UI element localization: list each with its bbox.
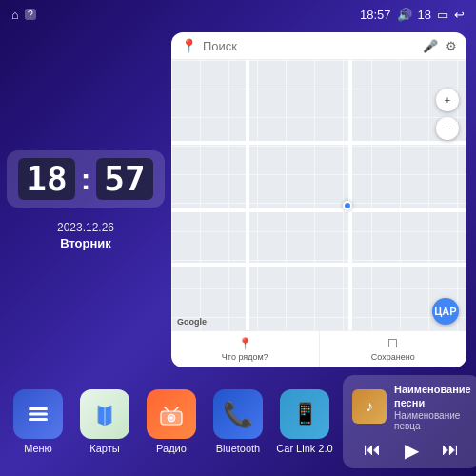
music-title: Наименование песни bbox=[394, 383, 471, 410]
saved-icon: ☐ bbox=[387, 337, 398, 350]
radio-icon bbox=[147, 389, 196, 439]
time-display: 18:57 bbox=[360, 8, 391, 22]
map-search-bar: 📍 🎤 ⚙ bbox=[171, 32, 466, 60]
main-content: 18 : 57 2023.12.26 Вторник 📍 🎤 bbox=[0, 27, 476, 371]
svg-rect-0 bbox=[29, 407, 48, 410]
map-nearby-button[interactable]: 📍 Что рядом? bbox=[171, 331, 320, 367]
music-text: Наименование песни Наименование певца bbox=[394, 383, 471, 431]
clock-hours-block: 18 bbox=[18, 158, 74, 200]
carlink-icon: 📱 bbox=[280, 389, 329, 439]
map-saved-button[interactable]: ☐ Сохранено bbox=[320, 331, 467, 367]
map-navigate-button[interactable]: ЦАР bbox=[432, 298, 459, 325]
radio-label: Радио bbox=[156, 443, 187, 454]
menu-icon bbox=[13, 389, 63, 439]
question-icon[interactable]: ? bbox=[25, 9, 36, 20]
clock-widget: 18 : 57 bbox=[7, 150, 164, 208]
maps-icon bbox=[80, 389, 129, 439]
music-panel: Наименование песни Наименование певца ⏮ … bbox=[343, 375, 476, 468]
map-road-h2 bbox=[171, 208, 466, 212]
svg-line-6 bbox=[165, 407, 169, 411]
day-text: Вторник bbox=[57, 236, 114, 250]
status-right: 18:57 🔊 18 ▭ ↩ bbox=[360, 8, 465, 22]
clock-minutes-block: 57 bbox=[96, 158, 152, 200]
home-icon[interactable]: ⌂ bbox=[11, 8, 19, 22]
google-logo: Google bbox=[177, 317, 207, 327]
saved-label: Сохранено bbox=[371, 352, 415, 362]
app-item-radio[interactable]: Радио bbox=[143, 389, 200, 454]
next-button[interactable]: ⏭ bbox=[436, 438, 465, 462]
date-text: 2023.12.26 bbox=[57, 221, 114, 234]
svg-point-5 bbox=[170, 417, 173, 420]
map-road-v1 bbox=[246, 60, 249, 330]
back-icon[interactable]: ↩ bbox=[454, 8, 465, 22]
app-item-maps[interactable]: Карты bbox=[76, 389, 133, 454]
app-item-carlink[interactable]: 📱 Car Link 2.0 bbox=[276, 389, 333, 454]
microphone-icon[interactable]: 🎤 bbox=[423, 39, 438, 53]
map-footer: 📍 Что рядом? ☐ Сохранено bbox=[171, 330, 466, 367]
nearby-label: Что рядом? bbox=[222, 352, 268, 362]
bluetooth-label: Bluetooth bbox=[216, 443, 260, 454]
map-zoom-in-button[interactable]: + bbox=[436, 89, 459, 111]
clock-separator: : bbox=[81, 164, 91, 194]
map-road-h3 bbox=[171, 263, 466, 267]
music-controls: ⏮ ▶ ⏭ bbox=[352, 437, 471, 464]
left-panel: 18 : 57 2023.12.26 Вторник bbox=[10, 32, 162, 367]
app-item-bluetooth[interactable]: 📞 Bluetooth bbox=[209, 389, 267, 454]
settings-icon[interactable]: ⚙ bbox=[446, 39, 457, 53]
status-bar: ⌂ ? 18:57 🔊 18 ▭ ↩ bbox=[0, 0, 476, 27]
map-location-icon: 📍 bbox=[181, 38, 197, 53]
right-panel: 📍 🎤 ⚙ + − ЦАР bbox=[171, 32, 466, 367]
map-search-input[interactable] bbox=[203, 39, 417, 53]
play-button[interactable]: ▶ bbox=[399, 437, 425, 464]
app-item-menu[interactable]: Меню bbox=[10, 389, 67, 454]
map-widget: 📍 🎤 ⚙ + − ЦАР bbox=[171, 32, 466, 367]
date-info: 2023.12.26 Вторник bbox=[57, 221, 114, 250]
prev-button[interactable]: ⏮ bbox=[358, 438, 387, 462]
map-search-right: 🎤 ⚙ bbox=[423, 39, 457, 53]
clock-hours: 18 bbox=[26, 162, 67, 196]
status-left: ⌂ ? bbox=[11, 8, 36, 22]
maps-label: Карты bbox=[89, 443, 119, 454]
map-zoom-out-button[interactable]: − bbox=[436, 117, 459, 140]
map-road-v2 bbox=[348, 60, 352, 330]
svg-rect-2 bbox=[29, 418, 48, 421]
map-location-dot bbox=[343, 201, 352, 210]
screen: ⌂ ? 18:57 🔊 18 ▭ ↩ 18 : 57 2023.12 bbox=[0, 0, 476, 476]
map-area[interactable]: + − ЦАР Google bbox=[171, 60, 466, 330]
carlink-label: Car Link 2.0 bbox=[276, 443, 332, 454]
bluetooth-icon: 📞 bbox=[213, 389, 263, 439]
apps-panel: Меню Карты bbox=[10, 375, 333, 468]
volume-icon: 🔊 bbox=[397, 8, 412, 22]
clock-minutes: 57 bbox=[104, 162, 145, 196]
nearby-icon: 📍 bbox=[238, 337, 252, 350]
map-road-h1 bbox=[171, 141, 466, 145]
music-info-row: Наименование песни Наименование певца bbox=[352, 383, 471, 431]
menu-label: Меню bbox=[24, 443, 52, 454]
music-artist: Наименование певца bbox=[394, 410, 471, 431]
battery-icon: ▭ bbox=[437, 8, 448, 22]
bottom-section: Меню Карты bbox=[0, 371, 476, 476]
album-art bbox=[352, 389, 387, 424]
svg-rect-1 bbox=[29, 413, 48, 416]
svg-line-7 bbox=[174, 407, 178, 411]
battery-level: 18 bbox=[418, 8, 431, 22]
